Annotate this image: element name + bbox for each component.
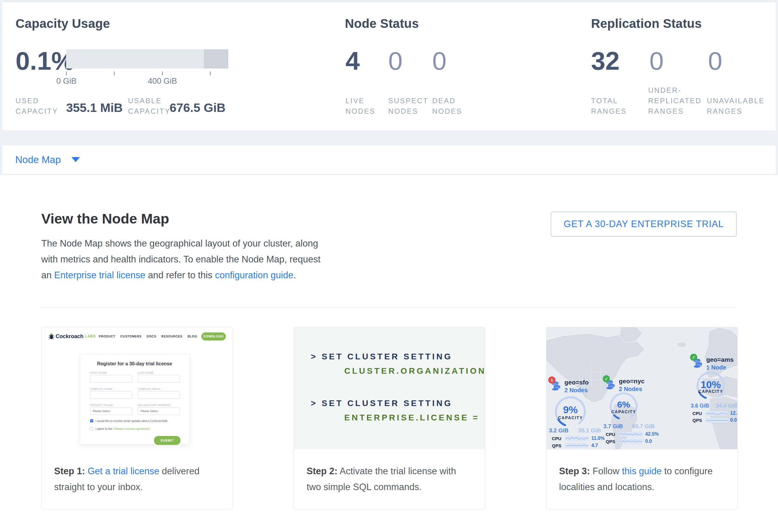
step2-card: > SET CLUSTER SETTING CLUSTER.ORGANIZATI… [294, 327, 485, 510]
select-field: Please Select [90, 407, 132, 415]
axis-tick [66, 72, 67, 75]
download-button: DOWNLOAD [201, 332, 226, 340]
used-capacity-label: USED CAPACITY [15, 95, 60, 117]
text-field [138, 375, 180, 383]
capacity-percent: 0.1% [15, 47, 74, 75]
step3-card: 1 geo=sfo 2 N [546, 327, 737, 510]
axis-tick-label: 400 GiB [139, 77, 186, 86]
field-label: PROJECT PHASE [90, 404, 113, 407]
node-map-dropdown-label: Node Map [15, 154, 61, 165]
enterprise-trial-license-link[interactable]: Enterprise trial license [54, 270, 145, 280]
locality-node-count: 2 Nodes [564, 387, 603, 394]
nav-item: CUSTOMERS [120, 335, 142, 338]
view-selector-bar: Node Map [2, 145, 776, 174]
locality-name: geo=sfo [564, 379, 603, 386]
warning-badge: 1 [548, 376, 555, 384]
capacity-gauge: 9% CAPACITY [553, 394, 588, 429]
get-enterprise-trial-button[interactable]: GET A 30-DAY ENTERPRISE TRIAL [551, 212, 737, 237]
replication-status-title: Replication Status [591, 16, 702, 31]
suspect-nodes-label: SUSPECT NODES [388, 95, 432, 117]
axis-tick [210, 72, 211, 75]
capacity-usage-title: Capacity Usage [15, 16, 110, 31]
axis-tick [162, 72, 163, 75]
step-label: Step 2: [307, 466, 337, 476]
map-node-sfo: 1 geo=sfo 2 N [549, 379, 603, 394]
capacity-label: CAPACITY [553, 415, 588, 420]
sql-line: > SET CLUSTER SETTING [311, 398, 453, 408]
qps-value: 0.0 [645, 439, 652, 444]
axis-tick [114, 72, 114, 75]
form-title: Register for a 30-day trial license [80, 361, 189, 367]
license-agreement-link: Software License Agreement. [113, 427, 150, 430]
sql-commands-thumbnail: > SET CLUSTER SETTING CLUSTER.ORGANIZATI… [294, 327, 485, 449]
under-replicated-label: UNDER-REPLICATED RANGES [648, 85, 702, 117]
checkbox-label: I would like to receive email updates ab… [95, 419, 168, 423]
cluster-summary-panel: Capacity Usage 0.1% 0 GiB 400 GiB USED C… [2, 2, 776, 131]
used-capacity-value: 355.1 MiB [66, 101, 123, 115]
description-text: and refer to this [145, 270, 215, 280]
capacity-bar-chart [66, 49, 228, 69]
cockroach-labs-logo: Cockroach LABS [49, 333, 96, 340]
configuration-guide-link[interactable]: configuration guide [215, 270, 294, 280]
capacity-label: CAPACITY [608, 409, 639, 414]
field-label: REASON FOR INTEREST [138, 404, 171, 407]
qps-sparkline [619, 439, 642, 444]
total-ranges-label: TOTAL RANGES [591, 95, 630, 117]
total-capacity: 34.4 GiB [716, 403, 737, 409]
under-replicated-count: 0 [649, 47, 664, 75]
field-label: LAST NAME [138, 371, 154, 374]
cluster-overview-page: Capacity Usage 0.1% 0 GiB 400 GiB USED C… [0, 0, 778, 532]
usable-capacity-label: USABLE CAPACITY [128, 95, 176, 117]
brand-name: Cockroach [56, 333, 83, 339]
cpu-value: 42.5% [645, 432, 658, 437]
qps-label: QPS [606, 439, 617, 444]
cpu-label: CPU [606, 432, 617, 437]
node-map-thumbnail: 1 geo=sfo 2 N [546, 327, 737, 449]
get-trial-license-link[interactable]: Get a trial license [88, 466, 159, 476]
description-text: . [294, 270, 296, 280]
step1-caption: Step 1: Get a trial license delivered st… [42, 449, 232, 510]
text-field [90, 391, 132, 399]
field-label: FIRST NAME [90, 371, 107, 374]
qps-value: 4.7 [591, 443, 598, 448]
checkbox-checked-icon: ✓ [90, 419, 93, 423]
checkbox-label: I agree to the Software License Agreemen… [95, 427, 150, 430]
cockroach-bug-icon [49, 333, 54, 340]
step-label: Step 3: [559, 466, 590, 476]
nav-item: DOCS [147, 335, 156, 338]
qps-sparkline [565, 443, 589, 448]
usable-capacity-value: 676.5 GiB [170, 101, 226, 115]
capacity-percent: 6% [608, 399, 639, 409]
live-nodes-label: LIVE NODES [345, 95, 381, 117]
caption-text: Follow [590, 466, 622, 476]
sql-line: CLUSTER.ORGANIZATION = [344, 366, 485, 376]
qps-label: QPS [552, 443, 563, 448]
select-field: Please Select [138, 407, 180, 415]
locality-name: geo=nyc [619, 378, 656, 385]
qps-label: QPS [692, 418, 703, 423]
node-map-info-section: View the Node Map The Node Map shows the… [0, 175, 778, 532]
field-label: COMPANY NAME [90, 387, 112, 390]
cpu-value: 11.0% [591, 436, 605, 441]
suspect-nodes-count: 0 [388, 47, 403, 75]
total-capacity: 65.7 GiB [632, 423, 655, 430]
cpu-label: CPU [552, 436, 563, 441]
cpu-sparkline [619, 432, 642, 437]
cpu-label: CPU [692, 411, 703, 416]
used-capacity: 3.2 GiB [549, 427, 568, 434]
node-map-dropdown[interactable]: Node Map [15, 145, 80, 174]
text-field [90, 375, 132, 383]
this-guide-link[interactable]: this guide [622, 466, 662, 476]
nav-item: BLOG [187, 335, 197, 338]
axis-tick-label: 0 GiB [43, 77, 90, 86]
nav-item: PRODUCT [99, 335, 115, 338]
used-capacity: 3.7 GiB [603, 423, 623, 430]
qps-value: 0.0 [730, 417, 737, 423]
live-nodes-count: 4 [345, 47, 360, 75]
map-node-ams: ✓ geo=ams 1 N [691, 356, 737, 372]
dead-nodes-count: 0 [432, 47, 447, 75]
sql-line: ENTERPRISE.LICENSE = [344, 413, 479, 423]
used-capacity: 3.6 GiB [691, 403, 709, 409]
divider [41, 307, 736, 308]
field-label: COMPANY EMAIL [138, 387, 161, 390]
